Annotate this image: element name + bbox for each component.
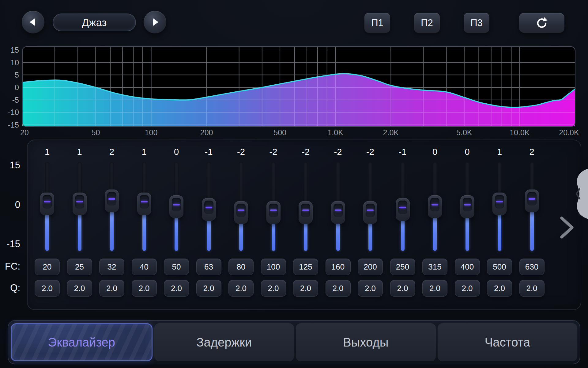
slider-scale-min: -15: [0, 239, 20, 249]
band-column: -21252.0: [289, 140, 322, 311]
slider-knob[interactable]: [525, 190, 539, 212]
graph-x-tick: 20: [20, 129, 29, 136]
slider-knob[interactable]: [266, 201, 281, 224]
graph-y-tick: 15: [0, 46, 19, 54]
next-bands-page-button[interactable]: [557, 215, 580, 240]
band-gain-value: -2: [225, 147, 257, 157]
eq-response-graph: [0, 0, 588, 141]
gain-slider[interactable]: [401, 164, 405, 250]
band-column: 1402.0: [128, 140, 160, 311]
gain-slider[interactable]: [174, 164, 179, 250]
band-q-button[interactable]: 2.0: [390, 280, 415, 297]
band-column: 15002.0: [483, 140, 516, 311]
band-fc-button[interactable]: 500: [487, 259, 512, 275]
slider-knob[interactable]: [428, 195, 442, 218]
band-fc-button[interactable]: 80: [228, 259, 254, 275]
band-q-button[interactable]: 2.0: [358, 280, 383, 297]
band-fc-button[interactable]: 160: [326, 259, 351, 275]
gain-slider[interactable]: [77, 164, 82, 250]
band-fc-button[interactable]: 315: [422, 259, 447, 275]
band-fc-button[interactable]: 125: [293, 259, 318, 275]
band-fc-button[interactable]: 32: [99, 259, 124, 275]
slider-knob[interactable]: [73, 193, 87, 215]
tab-outputs[interactable]: Выходы: [296, 323, 436, 361]
band-gain-value: 1: [128, 147, 160, 157]
band-fc-button[interactable]: 100: [261, 259, 286, 275]
band-gain-value: -2: [257, 147, 290, 157]
slider-knob[interactable]: [460, 195, 474, 218]
slider-knob[interactable]: [299, 201, 313, 224]
slider-knob[interactable]: [202, 198, 216, 221]
band-gain-value: -1: [386, 147, 419, 157]
slider-knob[interactable]: [396, 198, 410, 221]
gain-slider[interactable]: [497, 164, 502, 250]
band-q-button[interactable]: 2.0: [196, 280, 221, 297]
band-fc-button[interactable]: 250: [390, 259, 415, 275]
gain-slider[interactable]: [110, 164, 114, 250]
gain-slider[interactable]: [207, 164, 211, 250]
slider-knob-dash: [270, 209, 277, 211]
band-fc-button[interactable]: 400: [455, 259, 480, 275]
gain-slider[interactable]: [271, 164, 276, 250]
band-fc-button[interactable]: 63: [196, 259, 221, 275]
slider-knob-inner: [75, 195, 84, 209]
band-fc-button[interactable]: 630: [519, 259, 545, 275]
gain-slider[interactable]: [336, 164, 340, 250]
band-gain-value: -2: [289, 147, 322, 157]
gain-slider[interactable]: [433, 164, 437, 250]
graph-x-tick: 50: [92, 129, 100, 136]
band-q-button[interactable]: 2.0: [132, 280, 157, 297]
band-column: -2802.0: [225, 140, 257, 311]
band-gain-value: 2: [516, 147, 548, 157]
band-gain-value: 1: [63, 147, 96, 157]
side-drawer-handle[interactable]: [568, 168, 588, 220]
tab-equalizer[interactable]: Эквалайзер: [11, 323, 153, 361]
slider-knob[interactable]: [169, 195, 183, 218]
graph-y-tick: 10: [0, 59, 19, 67]
band-q-button[interactable]: 2.0: [422, 280, 447, 297]
slider-knob[interactable]: [331, 201, 345, 224]
gain-slider[interactable]: [465, 164, 469, 250]
band-q-button[interactable]: 2.0: [35, 280, 60, 297]
slider-knob-dash: [529, 198, 535, 200]
band-q-button[interactable]: 2.0: [67, 280, 92, 297]
band-fc-button[interactable]: 40: [132, 259, 157, 275]
band-fc-button[interactable]: 25: [67, 259, 92, 275]
tab-frequency[interactable]: Частота: [438, 323, 578, 361]
gain-slider[interactable]: [530, 164, 534, 250]
band-q-button[interactable]: 2.0: [487, 280, 512, 297]
band-q-button[interactable]: 2.0: [455, 280, 480, 297]
band-fc-button[interactable]: 200: [358, 259, 383, 275]
slider-knob[interactable]: [105, 190, 119, 212]
band-q-button[interactable]: 2.0: [228, 280, 254, 297]
slider-knob[interactable]: [234, 201, 248, 224]
slider-knob[interactable]: [363, 201, 377, 224]
fc-row-label: FC:: [0, 262, 20, 271]
gain-slider[interactable]: [239, 164, 243, 250]
gain-slider[interactable]: [45, 164, 49, 250]
band-column: 04002.0: [451, 140, 484, 311]
band-fc-button[interactable]: 50: [164, 259, 189, 275]
slider-knob-inner: [430, 198, 439, 211]
band-column: -21602.0: [322, 140, 354, 311]
slider-knob[interactable]: [137, 193, 151, 215]
slider-knob-dash: [108, 198, 115, 200]
gain-slider[interactable]: [303, 164, 308, 250]
slider-knob[interactable]: [492, 193, 507, 215]
band-q-button[interactable]: 2.0: [326, 280, 351, 297]
graph-x-tick: 100: [145, 129, 158, 136]
band-q-button[interactable]: 2.0: [164, 280, 189, 297]
gain-slider[interactable]: [368, 164, 372, 250]
chevron-left-icon: [576, 189, 580, 199]
slider-scale-zero: 0: [0, 200, 20, 209]
slider-knob-dash: [173, 204, 180, 205]
band-q-button[interactable]: 2.0: [293, 280, 318, 297]
slider-knob[interactable]: [40, 193, 54, 215]
band-q-button[interactable]: 2.0: [519, 280, 545, 297]
band-column: 26302.0: [516, 140, 548, 311]
band-fc-button[interactable]: 20: [35, 259, 60, 275]
band-q-button[interactable]: 2.0: [99, 280, 124, 297]
band-q-button[interactable]: 2.0: [261, 280, 286, 297]
gain-slider[interactable]: [142, 164, 146, 250]
tab-delays[interactable]: Задержки: [154, 323, 294, 361]
